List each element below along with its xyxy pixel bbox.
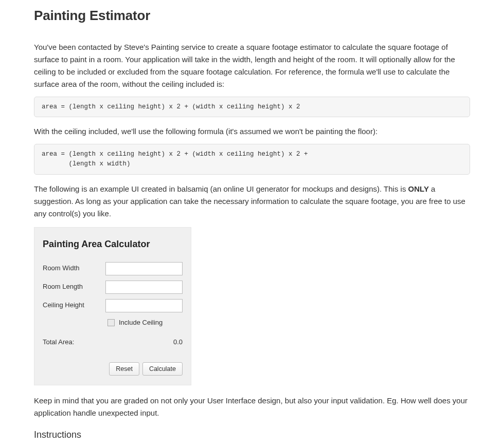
room-width-label: Room Width xyxy=(43,263,105,274)
total-area-row: Total Area: 0.0 xyxy=(43,337,183,348)
calculator-title: Painting Area Calculator xyxy=(43,237,183,252)
calculate-button[interactable]: Calculate xyxy=(142,362,183,376)
include-ceiling-label: Include Ceiling xyxy=(119,318,163,328)
button-row: Reset Calculate xyxy=(43,362,183,376)
room-width-row: Room Width xyxy=(43,262,183,275)
room-width-input[interactable] xyxy=(105,262,183,275)
room-length-row: Room Length xyxy=(43,281,183,294)
formula-1-code: area = (length x ceiling height) x 2 + (… xyxy=(34,97,470,118)
page-title: Painting Estimator xyxy=(34,5,470,27)
room-length-input[interactable] xyxy=(105,281,183,294)
with-ceiling-text: With the ceiling included, we'll use the… xyxy=(34,125,470,138)
ceiling-height-label: Ceiling Height xyxy=(43,300,105,311)
intro-paragraph: You've been contacted by Steve's Paintin… xyxy=(34,41,470,90)
room-length-label: Room Length xyxy=(43,282,105,292)
mockup-intro: The following is an example UI created i… xyxy=(34,183,470,220)
reset-button[interactable]: Reset xyxy=(109,362,139,376)
mockup-intro-bold: ONLY xyxy=(408,184,429,193)
grading-note: Keep in mind that you are graded on not … xyxy=(34,395,470,419)
include-ceiling-row: Include Ceiling xyxy=(107,318,183,328)
ceiling-height-input[interactable] xyxy=(105,299,183,312)
include-ceiling-checkbox[interactable] xyxy=(107,319,115,326)
total-area-label: Total Area: xyxy=(43,337,106,348)
calculator-mockup: Painting Area Calculator Room Width Room… xyxy=(34,227,191,385)
total-area-value: 0.0 xyxy=(106,337,183,348)
instructions-heading: Instructions xyxy=(34,427,470,442)
formula-2-code: area = (length x ceiling height) x 2 + (… xyxy=(34,144,470,175)
mockup-intro-prefix: The following is an example UI created i… xyxy=(34,184,408,193)
ceiling-height-row: Ceiling Height xyxy=(43,299,183,312)
